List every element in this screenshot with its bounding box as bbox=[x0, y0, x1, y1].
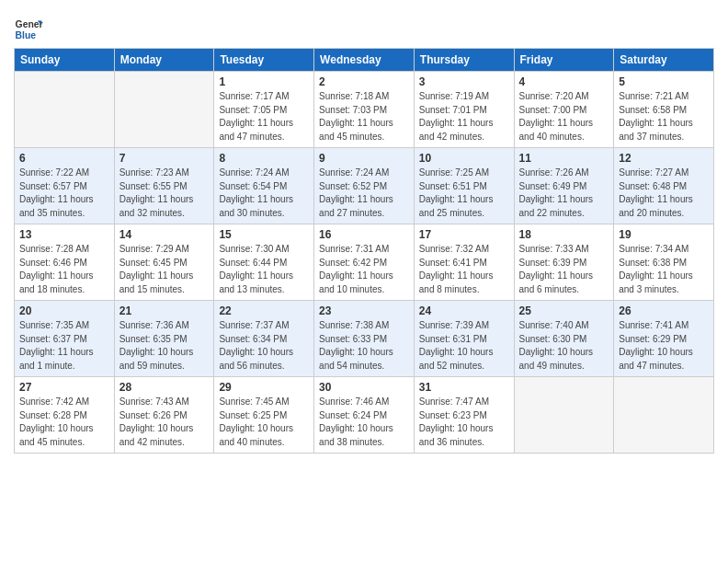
day-number: 12 bbox=[619, 152, 709, 165]
day-info: Sunrise: 7:40 AM Sunset: 6:30 PM Dayligh… bbox=[519, 319, 609, 373]
day-info: Sunrise: 7:24 AM Sunset: 6:52 PM Dayligh… bbox=[319, 167, 409, 220]
logo-icon: General Blue bbox=[14, 15, 43, 44]
day-info: Sunrise: 7:22 AM Sunset: 6:57 PM Dayligh… bbox=[19, 167, 109, 220]
calendar-cell: 29Sunrise: 7:45 AM Sunset: 6:25 PM Dayli… bbox=[214, 377, 314, 454]
day-number: 20 bbox=[19, 304, 109, 317]
day-info: Sunrise: 7:19 AM Sunset: 7:01 PM Dayligh… bbox=[419, 90, 509, 144]
day-number: 10 bbox=[419, 152, 509, 165]
calendar-cell: 30Sunrise: 7:46 AM Sunset: 6:24 PM Dayli… bbox=[314, 377, 415, 454]
calendar-cell: 27Sunrise: 7:42 AM Sunset: 6:28 PM Dayli… bbox=[15, 377, 115, 454]
calendar-week-row: 13Sunrise: 7:28 AM Sunset: 6:46 PM Dayli… bbox=[15, 224, 714, 301]
day-number: 21 bbox=[119, 304, 210, 317]
day-info: Sunrise: 7:28 AM Sunset: 6:46 PM Dayligh… bbox=[19, 243, 109, 296]
day-number: 5 bbox=[619, 75, 709, 88]
day-header-thursday: Thursday bbox=[414, 49, 514, 72]
calendar-cell: 4Sunrise: 7:20 AM Sunset: 7:00 PM Daylig… bbox=[514, 72, 614, 148]
day-header-monday: Monday bbox=[114, 49, 214, 72]
calendar-cell: 16Sunrise: 7:31 AM Sunset: 6:42 PM Dayli… bbox=[314, 224, 415, 301]
day-number: 6 bbox=[19, 152, 109, 165]
calendar-cell: 3Sunrise: 7:19 AM Sunset: 7:01 PM Daylig… bbox=[414, 72, 514, 148]
day-number: 11 bbox=[519, 152, 609, 165]
calendar-cell: 26Sunrise: 7:41 AM Sunset: 6:29 PM Dayli… bbox=[614, 301, 714, 377]
day-header-sunday: Sunday bbox=[15, 49, 115, 72]
day-number: 8 bbox=[219, 152, 309, 165]
day-number: 3 bbox=[419, 75, 509, 88]
calendar-cell: 23Sunrise: 7:38 AM Sunset: 6:33 PM Dayli… bbox=[314, 301, 415, 377]
calendar-week-row: 1Sunrise: 7:17 AM Sunset: 7:05 PM Daylig… bbox=[15, 72, 714, 148]
header: General Blue bbox=[14, 9, 714, 44]
day-info: Sunrise: 7:20 AM Sunset: 7:00 PM Dayligh… bbox=[519, 90, 609, 144]
day-info: Sunrise: 7:32 AM Sunset: 6:41 PM Dayligh… bbox=[419, 243, 509, 296]
calendar-cell bbox=[15, 72, 115, 148]
calendar-cell: 9Sunrise: 7:24 AM Sunset: 6:52 PM Daylig… bbox=[314, 148, 415, 224]
day-number: 18 bbox=[519, 228, 609, 241]
calendar-cell: 24Sunrise: 7:39 AM Sunset: 6:31 PM Dayli… bbox=[414, 301, 514, 377]
logo: General Blue bbox=[14, 15, 43, 44]
calendar-cell: 1Sunrise: 7:17 AM Sunset: 7:05 PM Daylig… bbox=[214, 72, 314, 148]
calendar-cell: 8Sunrise: 7:24 AM Sunset: 6:54 PM Daylig… bbox=[214, 148, 314, 224]
calendar-table: SundayMondayTuesdayWednesdayThursdayFrid… bbox=[14, 48, 714, 454]
day-number: 29 bbox=[219, 381, 309, 394]
svg-text:Blue: Blue bbox=[16, 30, 37, 40]
calendar-cell: 12Sunrise: 7:27 AM Sunset: 6:48 PM Dayli… bbox=[614, 148, 714, 224]
day-info: Sunrise: 7:36 AM Sunset: 6:35 PM Dayligh… bbox=[119, 319, 210, 373]
day-number: 25 bbox=[519, 304, 609, 317]
calendar-header-row: SundayMondayTuesdayWednesdayThursdayFrid… bbox=[15, 49, 714, 72]
day-number: 22 bbox=[219, 304, 309, 317]
day-number: 15 bbox=[219, 228, 309, 241]
day-info: Sunrise: 7:39 AM Sunset: 6:31 PM Dayligh… bbox=[419, 319, 509, 373]
day-info: Sunrise: 7:31 AM Sunset: 6:42 PM Dayligh… bbox=[319, 243, 409, 296]
day-number: 17 bbox=[419, 228, 509, 241]
day-info: Sunrise: 7:29 AM Sunset: 6:45 PM Dayligh… bbox=[119, 243, 210, 296]
calendar-cell: 19Sunrise: 7:34 AM Sunset: 6:38 PM Dayli… bbox=[614, 224, 714, 301]
calendar-cell: 13Sunrise: 7:28 AM Sunset: 6:46 PM Dayli… bbox=[15, 224, 115, 301]
day-info: Sunrise: 7:17 AM Sunset: 7:05 PM Dayligh… bbox=[219, 90, 309, 144]
day-info: Sunrise: 7:35 AM Sunset: 6:37 PM Dayligh… bbox=[19, 319, 109, 373]
calendar-cell: 2Sunrise: 7:18 AM Sunset: 7:03 PM Daylig… bbox=[314, 72, 415, 148]
day-number: 31 bbox=[419, 381, 509, 394]
calendar-cell: 17Sunrise: 7:32 AM Sunset: 6:41 PM Dayli… bbox=[414, 224, 514, 301]
day-number: 14 bbox=[119, 228, 210, 241]
day-number: 23 bbox=[319, 304, 409, 317]
calendar-cell bbox=[614, 377, 714, 454]
day-info: Sunrise: 7:24 AM Sunset: 6:54 PM Dayligh… bbox=[219, 167, 309, 220]
day-number: 26 bbox=[619, 304, 709, 317]
day-info: Sunrise: 7:18 AM Sunset: 7:03 PM Dayligh… bbox=[319, 90, 409, 144]
day-number: 27 bbox=[19, 381, 109, 394]
day-header-wednesday: Wednesday bbox=[314, 49, 415, 72]
day-header-friday: Friday bbox=[514, 49, 614, 72]
calendar-cell: 5Sunrise: 7:21 AM Sunset: 6:58 PM Daylig… bbox=[614, 72, 714, 148]
calendar-cell: 15Sunrise: 7:30 AM Sunset: 6:44 PM Dayli… bbox=[214, 224, 314, 301]
day-number: 9 bbox=[319, 152, 409, 165]
calendar-cell: 20Sunrise: 7:35 AM Sunset: 6:37 PM Dayli… bbox=[15, 301, 115, 377]
calendar-cell: 18Sunrise: 7:33 AM Sunset: 6:39 PM Dayli… bbox=[514, 224, 614, 301]
calendar-cell: 28Sunrise: 7:43 AM Sunset: 6:26 PM Dayli… bbox=[114, 377, 214, 454]
calendar-cell: 11Sunrise: 7:26 AM Sunset: 6:49 PM Dayli… bbox=[514, 148, 614, 224]
calendar-cell: 6Sunrise: 7:22 AM Sunset: 6:57 PM Daylig… bbox=[15, 148, 115, 224]
day-header-tuesday: Tuesday bbox=[214, 49, 314, 72]
calendar-cell bbox=[114, 72, 214, 148]
day-info: Sunrise: 7:45 AM Sunset: 6:25 PM Dayligh… bbox=[219, 396, 309, 449]
calendar-cell bbox=[514, 377, 614, 454]
calendar-cell: 10Sunrise: 7:25 AM Sunset: 6:51 PM Dayli… bbox=[414, 148, 514, 224]
day-info: Sunrise: 7:26 AM Sunset: 6:49 PM Dayligh… bbox=[519, 167, 609, 220]
calendar-cell: 31Sunrise: 7:47 AM Sunset: 6:23 PM Dayli… bbox=[414, 377, 514, 454]
day-number: 24 bbox=[419, 304, 509, 317]
calendar-week-row: 20Sunrise: 7:35 AM Sunset: 6:37 PM Dayli… bbox=[15, 301, 714, 377]
day-number: 2 bbox=[319, 75, 409, 88]
calendar-cell: 14Sunrise: 7:29 AM Sunset: 6:45 PM Dayli… bbox=[114, 224, 214, 301]
day-info: Sunrise: 7:27 AM Sunset: 6:48 PM Dayligh… bbox=[619, 167, 709, 220]
day-info: Sunrise: 7:47 AM Sunset: 6:23 PM Dayligh… bbox=[419, 396, 509, 449]
day-info: Sunrise: 7:41 AM Sunset: 6:29 PM Dayligh… bbox=[619, 319, 709, 373]
day-info: Sunrise: 7:43 AM Sunset: 6:26 PM Dayligh… bbox=[119, 396, 210, 449]
day-info: Sunrise: 7:25 AM Sunset: 6:51 PM Dayligh… bbox=[419, 167, 509, 220]
day-info: Sunrise: 7:23 AM Sunset: 6:55 PM Dayligh… bbox=[119, 167, 210, 220]
day-info: Sunrise: 7:46 AM Sunset: 6:24 PM Dayligh… bbox=[319, 396, 409, 449]
calendar-cell: 7Sunrise: 7:23 AM Sunset: 6:55 PM Daylig… bbox=[114, 148, 214, 224]
day-number: 7 bbox=[119, 152, 210, 165]
day-info: Sunrise: 7:30 AM Sunset: 6:44 PM Dayligh… bbox=[219, 243, 309, 296]
day-info: Sunrise: 7:37 AM Sunset: 6:34 PM Dayligh… bbox=[219, 319, 309, 373]
day-info: Sunrise: 7:42 AM Sunset: 6:28 PM Dayligh… bbox=[19, 396, 109, 449]
day-number: 1 bbox=[219, 75, 309, 88]
day-info: Sunrise: 7:21 AM Sunset: 6:58 PM Dayligh… bbox=[619, 90, 709, 144]
